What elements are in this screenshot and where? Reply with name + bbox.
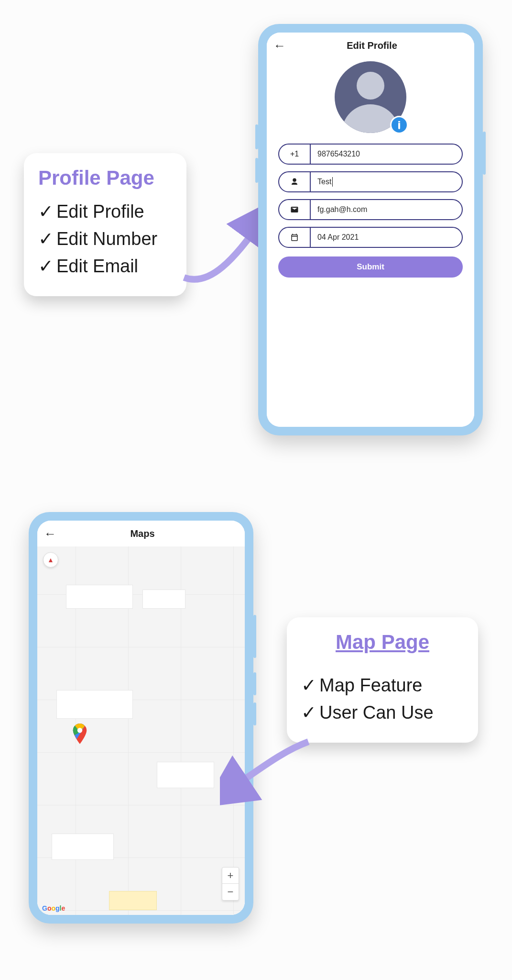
- check-icon: ✓: [38, 225, 54, 253]
- email-field[interactable]: fg.gah@h.com: [278, 199, 463, 220]
- annotation-item: ✓Edit Email: [38, 253, 172, 280]
- edit-profile-screen: ← Edit Profile +1 9876543210 Test: [267, 33, 474, 427]
- check-icon: ✓: [301, 672, 316, 699]
- map-annotation-title: Map Page: [301, 631, 464, 654]
- map-building: [52, 834, 114, 860]
- annotation-item: ✓User Can Use: [301, 699, 464, 726]
- profile-form: +1 9876543210 Test fg.gah@h.com 04 Apr: [267, 144, 474, 278]
- phone-field[interactable]: +1 9876543210: [278, 144, 463, 165]
- mail-icon: [279, 200, 311, 219]
- phone-side-button: [253, 702, 256, 725]
- edit-avatar-button[interactable]: [390, 116, 408, 134]
- phone-value: 9876543210: [311, 150, 462, 158]
- map-canvas[interactable]: ▲ + − Google: [37, 546, 245, 915]
- check-icon: ✓: [38, 253, 54, 280]
- map-building: [66, 585, 133, 609]
- phone-side-button: [255, 124, 258, 149]
- phone-side-button: [253, 672, 256, 695]
- compass-button[interactable]: ▲: [43, 552, 58, 568]
- email-value: fg.gah@h.com: [311, 205, 462, 214]
- country-code-label[interactable]: +1: [279, 145, 311, 164]
- date-value: 04 Apr 2021: [311, 233, 462, 242]
- page-title: Edit Profile: [276, 40, 468, 51]
- zoom-out-button[interactable]: −: [222, 884, 239, 900]
- zoom-in-button[interactable]: +: [222, 868, 239, 884]
- phone-side-button: [253, 615, 256, 658]
- map-building: [142, 590, 185, 609]
- annotation-item: ✓Edit Profile: [38, 198, 172, 225]
- name-value: Test: [311, 177, 462, 187]
- submit-button[interactable]: Submit: [278, 256, 463, 278]
- svg-point-0: [77, 728, 82, 733]
- avatar-container: [267, 61, 474, 133]
- check-icon: ✓: [38, 198, 54, 225]
- annotation-item-label: Map Feature: [319, 672, 422, 699]
- phone-mockup-map: ← Maps ▲ + −: [29, 512, 253, 924]
- annotation-item: ✓Edit Number: [38, 225, 172, 253]
- annotation-item-label: Edit Number: [56, 225, 157, 253]
- annotation-item-label: Edit Email: [56, 253, 138, 280]
- topbar: ← Edit Profile: [267, 33, 474, 58]
- annotation-item: ✓Map Feature: [301, 672, 464, 699]
- annotation-item-label: User Can Use: [319, 699, 434, 726]
- phone-side-button: [255, 158, 258, 183]
- map-pin-icon: [72, 724, 88, 745]
- annotation-item-label: Edit Profile: [56, 198, 144, 225]
- map-building: [56, 690, 133, 719]
- map-annotation-card: Map Page ✓Map Feature ✓User Can Use: [287, 617, 478, 743]
- topbar: ← Maps: [37, 521, 245, 546]
- compass-icon: ▲: [47, 556, 54, 564]
- pencil-icon: [393, 119, 405, 131]
- phone-side-button: [483, 132, 486, 175]
- name-field[interactable]: Test: [278, 171, 463, 192]
- maps-screen: ← Maps ▲ + −: [37, 521, 245, 915]
- date-field[interactable]: 04 Apr 2021: [278, 227, 463, 248]
- page-title: Maps: [47, 528, 238, 539]
- map-building: [157, 762, 214, 788]
- map-building: [109, 891, 157, 910]
- profile-annotation-title: Profile Page: [38, 167, 172, 189]
- zoom-controls: + −: [222, 867, 239, 901]
- text-cursor: [332, 177, 333, 187]
- profile-annotation-card: Profile Page ✓Edit Profile ✓Edit Number …: [24, 153, 186, 296]
- map-attribution: Google: [42, 904, 65, 912]
- arrow-to-map-phone: [220, 732, 316, 818]
- check-icon: ✓: [301, 699, 316, 726]
- calendar-icon: [279, 228, 311, 247]
- phone-mockup-profile: ← Edit Profile +1 9876543210 Test: [258, 24, 483, 435]
- person-icon: [279, 172, 311, 191]
